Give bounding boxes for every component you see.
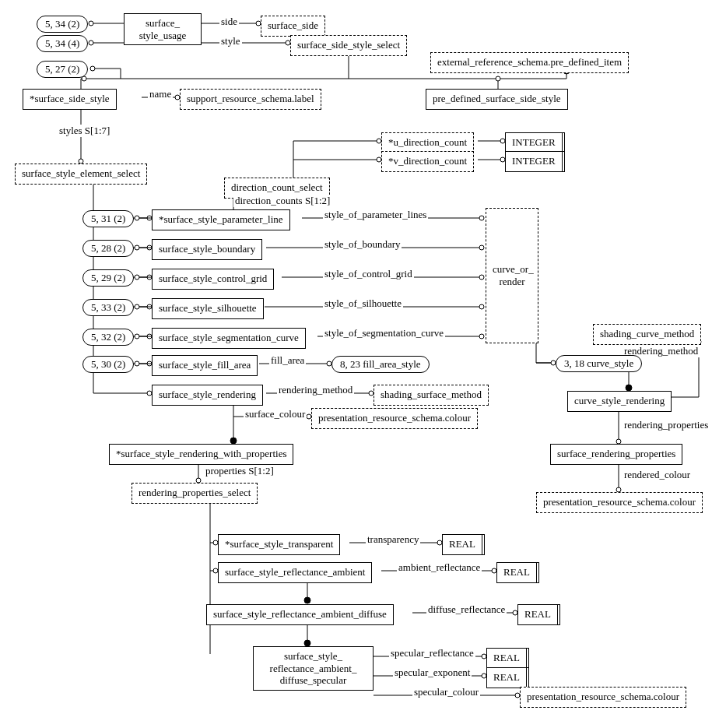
svg-point-67: [230, 438, 237, 444]
attr-style-of-control-grid: style_of_control_grid: [323, 268, 414, 280]
entity-surface-style-reflectance-ambient-diffuse: surface_style_reflectance_ambient_diffus…: [206, 604, 394, 625]
attr-rendering-properties: rendering_properties: [623, 419, 710, 431]
ref-5-28-2: 5, 28 (2): [82, 240, 134, 257]
entity-surface-style-rendering-with-properties: *surface_style_rendering_with_properties: [109, 444, 293, 465]
svg-point-1: [89, 21, 93, 26]
svg-point-11: [90, 66, 95, 71]
entity-curve-style-rendering: curve_style_rendering: [567, 391, 672, 412]
ref-5-30-2: 5, 30 (2): [82, 356, 134, 373]
entity-surface-style-silhouette: surface_style_silhouette: [152, 298, 264, 319]
entity-surface-style-reflectance-ambient: surface_style_reflectance_ambient: [218, 562, 372, 583]
svg-point-48: [135, 334, 139, 339]
attr-styles: styles S[1:7]: [58, 125, 111, 137]
attr-specular-exponent: specular_exponent: [393, 666, 472, 679]
attr-side: side: [219, 16, 239, 28]
ref-5-32-2: 5, 32 (2): [82, 329, 134, 346]
type-presentation-resource-colour-1: presentation_resource_schema.colour: [311, 408, 478, 429]
svg-point-17: [496, 76, 500, 81]
type-real-1: REAL: [442, 534, 482, 555]
attr-style-of-silhouette: style_of_silhouette: [323, 297, 403, 310]
entity-surface-style-transparent: *surface_style_transparent: [218, 534, 340, 555]
type-surface-side-style-select: surface_side_style_select: [290, 35, 407, 56]
entity-surface-style-boundary: surface_style_boundary: [152, 239, 262, 260]
svg-point-3: [89, 40, 93, 45]
type-real-5: REAL: [486, 667, 527, 688]
attr-rendered-colour: rendered_colour: [623, 469, 692, 481]
attr-diffuse-reflectance: diffuse_reflectance: [426, 603, 507, 616]
ref-5-33-2: 5, 33 (2): [82, 299, 134, 316]
type-real-2: REAL: [496, 562, 537, 583]
entity-surface-style-usage: surface_ style_usage: [124, 13, 202, 45]
attr-direction-counts: direction_counts S[1:2]: [233, 195, 331, 207]
entity-surface-rendering-properties: surface_rendering_properties: [550, 444, 682, 465]
entity-pre-defined-surface-side-style: pre_defined_surface_side_style: [426, 89, 568, 110]
attr-properties: properties S[1:2]: [204, 465, 275, 477]
type-real-3: REAL: [517, 604, 558, 625]
svg-point-58: [479, 304, 484, 309]
type-integer-v: INTEGER: [505, 151, 563, 172]
type-real-4: REAL: [486, 648, 527, 669]
type-curve-or-render: curve_or_ render: [486, 208, 538, 343]
attr-rendering-method: rendering_method: [277, 384, 354, 396]
svg-point-42: [135, 245, 139, 250]
entity-surface-style-rendering: surface_style_rendering: [152, 385, 263, 406]
attr-transparency: transparency: [366, 533, 420, 546]
svg-point-81: [626, 385, 632, 391]
type-rendering-properties-select: rendering_properties_select: [132, 483, 258, 504]
entity-surface-style-reflectance-ambient-diffuse-specular: surface_style_ reflectance_ambient_ diff…: [253, 646, 374, 691]
type-v-direction-count: *v_direction_count: [381, 151, 474, 172]
entity-surface-side-style: *surface_side_style: [23, 89, 117, 110]
attr-ambient-reflectance: ambient_reflectance: [397, 561, 482, 574]
svg-point-46: [135, 304, 139, 309]
svg-point-44: [135, 275, 139, 280]
ref-5-27-2: 5, 27 (2): [37, 61, 88, 78]
svg-point-52: [479, 216, 484, 220]
attr-style-of-boundary: style_of_boundary: [323, 238, 402, 251]
attr-style: style: [219, 35, 242, 47]
attr-specular-colour: specular_colour: [412, 686, 480, 698]
type-integer-u: INTEGER: [505, 132, 563, 153]
type-u-direction-count: *u_direction_count: [381, 132, 474, 153]
type-presentation-resource-colour-3: presentation_resource_schema.colour: [520, 687, 686, 708]
type-shading-surface-method: shading_surface_method: [374, 385, 489, 406]
attr-name: name: [148, 88, 173, 100]
attr-specular-reflectance: specular_reflectance: [389, 647, 475, 659]
type-support-resource-label: support_resource_schema.label: [180, 89, 321, 110]
entity-surface-style-fill-area: surface_style_fill_area: [152, 355, 258, 376]
ref-8-23-fill-area-style: 8, 23 fill_area_style: [331, 356, 430, 373]
type-presentation-resource-colour-2: presentation_resource_schema.colour: [536, 492, 703, 513]
svg-point-56: [479, 275, 484, 280]
entity-surface-style-parameter-line: *surface_style_parameter_line: [152, 209, 290, 230]
ref-5-34-4: 5, 34 (4): [37, 35, 88, 52]
entity-surface-style-control-grid: surface_style_control_grid: [152, 269, 274, 290]
ref-3-18-curve-style: 3, 18 curve_style: [556, 355, 642, 372]
entity-surface-style-segmentation-curve: surface_style_segmentation_curve: [152, 328, 306, 349]
svg-point-50: [135, 361, 139, 366]
svg-point-40: [135, 216, 139, 220]
ref-5-34-2: 5, 34 (2): [37, 16, 88, 33]
type-surface-style-element-select: surface_style_element_select: [15, 164, 147, 185]
attr-surface-colour: surface_colour: [244, 408, 307, 420]
attr-fill-area: fill_area: [269, 354, 306, 367]
svg-point-60: [479, 334, 484, 339]
svg-point-101: [304, 597, 310, 603]
ref-5-31-2: 5, 31 (2): [82, 210, 134, 227]
ref-5-29-2: 5, 29 (2): [82, 269, 134, 287]
type-shading-curve-method: shading_curve_method: [593, 324, 701, 345]
svg-point-105: [304, 640, 310, 646]
attr-style-of-segmentation-curve: style_of_segmentation_curve: [323, 327, 445, 339]
type-external-ref-pre-defined-item: external_reference_schema.pre_defined_it…: [430, 52, 629, 73]
svg-point-54: [479, 245, 484, 250]
attr-style-of-parameter-lines: style_of_parameter_lines: [323, 209, 428, 221]
type-surface-side: surface_side: [261, 16, 325, 37]
